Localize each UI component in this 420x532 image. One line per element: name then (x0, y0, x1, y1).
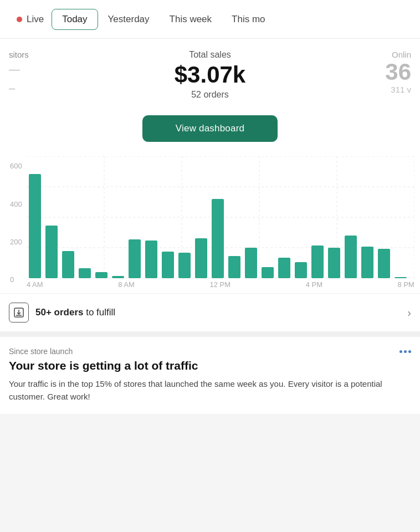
svg-rect-15 (112, 276, 124, 278)
svg-rect-16 (129, 239, 141, 278)
tab-thismonth-label: This mo (232, 14, 265, 24)
online-value: 36 (367, 59, 411, 85)
svg-rect-24 (262, 267, 274, 278)
fulfill-bar[interactable]: 50+ orders to fulfill › (0, 293, 420, 331)
stats-section: sitors — – Total sales $3.07k 52 orders … (0, 39, 420, 109)
view-dashboard-button[interactable]: View dashboard (142, 115, 278, 142)
svg-rect-28 (328, 248, 340, 278)
fulfill-icon (9, 303, 29, 323)
dot1-icon (399, 350, 402, 353)
y-label-400: 400 (10, 200, 22, 208)
dot3-icon (408, 350, 411, 353)
visitors-sub: 311 v (367, 85, 411, 94)
tab-thisweek-label: This week (170, 14, 212, 24)
tabs-bar: Live Today Yesterday This week This mo (0, 0, 420, 39)
svg-rect-13 (79, 268, 91, 278)
x-label-4am: 4 AM (27, 280, 43, 289)
fulfill-rest: to fulfill (83, 307, 115, 318)
chart-y-labels: 600 400 200 0 (10, 162, 22, 284)
svg-rect-14 (95, 272, 107, 278)
orders-count: 52 orders (53, 90, 367, 100)
svg-rect-11 (45, 226, 58, 278)
traffic-menu-dots[interactable] (399, 350, 411, 353)
total-sales-value: $3.07k (53, 62, 367, 88)
tab-live-label: Live (27, 14, 44, 25)
svg-rect-19 (178, 253, 191, 278)
svg-rect-21 (212, 199, 224, 278)
tab-today-label: Today (62, 14, 87, 24)
fulfill-text: 50+ orders to fulfill (35, 307, 115, 318)
svg-rect-10 (29, 174, 41, 278)
x-label-8pm: 8 PM (398, 280, 414, 289)
dot2-icon (404, 350, 407, 353)
fulfill-left: 50+ orders to fulfill (9, 303, 115, 323)
download-box-icon (13, 307, 24, 318)
dash1: — (9, 60, 53, 78)
svg-rect-22 (228, 256, 240, 278)
x-label-12pm: 12 PM (209, 280, 231, 289)
dashboard-btn-wrap: View dashboard (0, 109, 420, 151)
x-label-8am: 8 AM (118, 280, 135, 289)
svg-rect-18 (162, 252, 174, 278)
svg-rect-26 (295, 262, 307, 278)
svg-rect-27 (311, 245, 324, 278)
traffic-card: Since store launch Your store is getting… (0, 337, 420, 414)
svg-rect-23 (245, 248, 257, 278)
tab-today[interactable]: Today (52, 9, 98, 30)
chart-x-labels: 4 AM 8 AM 12 PM 4 PM 8 PM (27, 278, 414, 293)
svg-rect-32 (395, 277, 407, 278)
tab-thismonth[interactable]: This mo (222, 9, 275, 29)
svg-rect-12 (62, 251, 74, 278)
tab-thisweek[interactable]: This week (160, 9, 222, 29)
stats-center: Total sales $3.07k 52 orders (53, 50, 367, 100)
online-label: Onlin (367, 50, 411, 59)
live-dot-icon (17, 17, 22, 22)
total-sales-label: Total sales (53, 50, 367, 60)
chart-section: 600 400 200 0 (0, 151, 420, 293)
y-label-0: 0 (10, 275, 22, 284)
x-label-4pm: 4 PM (306, 280, 322, 289)
chart-svg (27, 156, 414, 278)
chart-area: 4 AM 8 AM 12 PM 4 PM 8 PM (27, 156, 414, 293)
y-label-600: 600 (10, 162, 22, 170)
chevron-right-icon: › (407, 306, 411, 319)
svg-rect-31 (378, 249, 390, 278)
stats-right: Onlin 36 311 v (367, 50, 411, 94)
traffic-body: Your traffic is in the top 15% of stores… (9, 378, 411, 403)
fulfill-count: 50+ orders (35, 307, 83, 318)
svg-rect-25 (278, 258, 290, 278)
traffic-since-row: Since store launch (9, 347, 411, 356)
traffic-title: Your store is getting a lot of traffic (9, 359, 411, 372)
svg-rect-20 (195, 238, 207, 278)
tab-yesterday[interactable]: Yesterday (98, 9, 160, 29)
dash2: – (9, 79, 53, 97)
svg-rect-30 (361, 247, 373, 278)
svg-rect-29 (345, 236, 357, 278)
svg-rect-17 (145, 241, 157, 278)
chart-container: 600 400 200 0 (6, 156, 414, 293)
tab-live[interactable]: Live (9, 9, 52, 29)
section-divider (0, 331, 420, 337)
tab-yesterday-label: Yesterday (108, 14, 150, 24)
y-label-200: 200 (10, 238, 22, 246)
since-label: Since store launch (9, 347, 73, 356)
stats-left: sitors — – (9, 50, 53, 97)
visitors-label: sitors (9, 50, 53, 59)
